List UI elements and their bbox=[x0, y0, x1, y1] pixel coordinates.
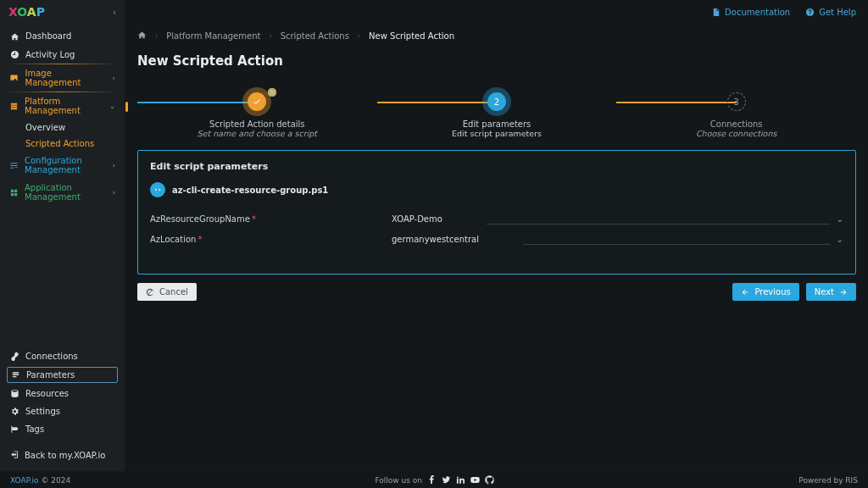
topbar-documentation[interactable]: Documentation bbox=[711, 8, 790, 17]
sidebar-item-image-management[interactable]: Image Management › bbox=[0, 64, 125, 92]
facebook-icon[interactable] bbox=[427, 475, 437, 485]
chevron-right-icon: › bbox=[113, 189, 115, 197]
youtube-icon[interactable] bbox=[470, 475, 480, 485]
step-1[interactable]: Scripted Action details Set name and cho… bbox=[137, 92, 377, 138]
breadcrumb-scripted-actions[interactable]: Scripted Actions bbox=[281, 31, 349, 41]
breadcrumb-platform-management[interactable]: Platform Management bbox=[166, 31, 260, 41]
footer-brand-link[interactable]: XOAP.io bbox=[10, 476, 39, 485]
link-icon bbox=[9, 352, 19, 361]
chevron-down-icon[interactable]: ⌄ bbox=[837, 235, 843, 244]
image-icon bbox=[9, 73, 19, 83]
sidebar-item-label: Parameters bbox=[26, 370, 75, 380]
script-icon bbox=[150, 182, 165, 197]
field-az-location: AzLocation* germanywestcentral ⌄ bbox=[150, 233, 843, 245]
clock-icon bbox=[9, 50, 19, 60]
document-icon bbox=[711, 8, 721, 17]
sidebar-link-connections[interactable]: Connections bbox=[0, 347, 125, 365]
sidebar-item-activity-log[interactable]: Activity Log bbox=[0, 46, 125, 64]
twitter-icon[interactable] bbox=[442, 475, 451, 485]
field-value[interactable]: XOAP-Demo bbox=[392, 214, 442, 224]
sidebar-item-label: Connections bbox=[25, 352, 78, 361]
sidebar-item-label: Application Management bbox=[25, 183, 107, 202]
sidebar-item-platform-management[interactable]: Platform Management ⌄ bbox=[0, 92, 125, 119]
sidebar-item-label: Activity Log bbox=[25, 50, 75, 59]
sidebar: XOAP ‹ Dashboard Activity Log Image Mana… bbox=[0, 0, 125, 471]
chevron-right-icon: › bbox=[113, 75, 115, 82]
tag-icon bbox=[9, 424, 19, 434]
step-number: 2 bbox=[487, 92, 506, 111]
sidebar-item-label: Platform Management bbox=[25, 97, 103, 115]
field-value[interactable]: germanywestcentral bbox=[392, 235, 479, 244]
step-3[interactable]: 3 Connections Choose connections bbox=[616, 92, 856, 138]
sidebar-link-resources[interactable]: Resources bbox=[0, 385, 125, 402]
step-2[interactable]: 2 Edit parameters Edit script parameters bbox=[377, 92, 617, 138]
sidebar-link-tags[interactable]: Tags bbox=[0, 420, 125, 438]
github-icon[interactable] bbox=[485, 475, 494, 485]
breadcrumb: › Platform Management › Scripted Actions… bbox=[137, 24, 856, 42]
cancel-icon bbox=[146, 288, 154, 297]
apps-icon bbox=[9, 187, 19, 197]
linkedin-icon[interactable] bbox=[456, 475, 465, 485]
field-label: AzResourceGroupName* bbox=[150, 214, 392, 224]
page-title: New Scripted Action bbox=[137, 53, 856, 69]
cancel-button[interactable]: Cancel bbox=[137, 283, 197, 301]
sidebar-item-label: Settings bbox=[25, 407, 60, 416]
step-number: 3 bbox=[727, 92, 746, 111]
sidebar-collapse-icon[interactable]: ‹ bbox=[113, 8, 116, 17]
main: Documentation Get Help › Platform Manage… bbox=[125, 0, 868, 471]
stepper: Scripted Action details Set name and cho… bbox=[125, 92, 868, 138]
sidebar-item-label: Tags bbox=[25, 424, 44, 434]
sidebar-back-link[interactable]: Back to my.XOAP.io bbox=[0, 440, 125, 471]
sidebar-item-label: Back to my.XOAP.io bbox=[25, 451, 105, 460]
breadcrumb-new-scripted-action: New Scripted Action bbox=[369, 31, 454, 41]
field-az-resource-group-name: AzResourceGroupName* XOAP-Demo ⌄ bbox=[150, 213, 843, 225]
sidebar-link-parameters[interactable]: Parameters bbox=[7, 367, 118, 383]
footer-social: Follow us on bbox=[376, 475, 495, 485]
platform-icon bbox=[9, 101, 19, 111]
chevron-down-icon: ⌄ bbox=[109, 103, 115, 110]
sidebar-item-configuration-management[interactable]: Configuration Management › bbox=[0, 152, 125, 179]
script-row: az-cli-create-resource-group.ps1 bbox=[150, 182, 843, 197]
footer-powered-by: Powered by RIS bbox=[798, 476, 858, 485]
sidebar-link-settings[interactable]: Settings bbox=[0, 402, 125, 420]
sidebar-sub-overview[interactable]: Overview bbox=[0, 119, 125, 136]
panel-title: Edit script parameters bbox=[150, 161, 843, 172]
footer: XOAP.io © 2024 Follow us on Powered by R… bbox=[0, 471, 868, 488]
sidebar-item-application-management[interactable]: Application Management › bbox=[0, 179, 125, 206]
sidebar-item-label: Dashboard bbox=[25, 31, 71, 41]
chevron-down-icon[interactable]: ⌄ bbox=[837, 214, 843, 224]
sidebar-item-dashboard[interactable]: Dashboard bbox=[0, 27, 125, 46]
field-label: AzLocation* bbox=[150, 235, 392, 244]
script-name: az-cli-create-resource-group.ps1 bbox=[172, 186, 328, 195]
previous-button[interactable]: Previous bbox=[732, 283, 798, 301]
sidebar-sub-scripted-actions[interactable]: Scripted Actions bbox=[0, 136, 125, 152]
check-icon bbox=[248, 92, 266, 111]
config-icon bbox=[9, 160, 19, 170]
topbar-get-help[interactable]: Get Help bbox=[805, 8, 856, 17]
home-icon bbox=[9, 31, 19, 42]
chevron-right-icon: › bbox=[113, 162, 115, 169]
sidebar-item-label: Resources bbox=[25, 389, 69, 398]
logout-icon bbox=[9, 450, 19, 461]
topbar: Documentation Get Help bbox=[125, 0, 868, 24]
parameters-icon bbox=[10, 370, 20, 380]
gear-icon bbox=[9, 407, 19, 416]
arrow-left-icon bbox=[741, 288, 749, 297]
next-button[interactable]: Next bbox=[806, 283, 856, 301]
sidebar-item-label: Configuration Management bbox=[25, 156, 107, 175]
brand-row: XOAP ‹ bbox=[0, 0, 125, 24]
home-icon[interactable] bbox=[137, 30, 147, 42]
help-icon bbox=[805, 8, 815, 17]
edit-parameters-panel: Edit script parameters az-cli-create-res… bbox=[137, 150, 856, 274]
brand-logo: XOAP bbox=[8, 5, 45, 19]
footer-copyright: XOAP.io © 2024 bbox=[10, 476, 70, 485]
arrow-right-icon bbox=[839, 288, 848, 297]
database-icon bbox=[9, 389, 19, 398]
sidebar-item-label: Image Management bbox=[25, 69, 107, 87]
